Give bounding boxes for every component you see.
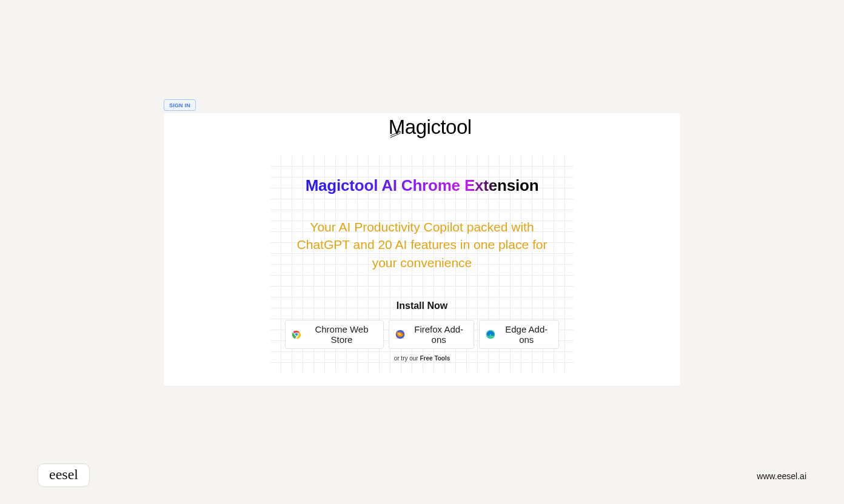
try-prefix: or try our: [394, 355, 420, 362]
hero-subheadline: Your AI Productivity Copilot packed with…: [285, 218, 559, 271]
chrome-icon: [292, 330, 301, 339]
hero-headline: Magictool AI Chrome Extension: [306, 176, 539, 195]
magic-wand-icon: [389, 129, 402, 142]
content-column: SIGN IN Magictool Magictool AI Chrome Ex…: [164, 99, 680, 386]
firefox-icon: [395, 330, 405, 339]
eesel-url: www.eesel.ai: [757, 471, 806, 481]
brand-logo: Magictool: [164, 116, 680, 139]
store-buttons-row: Chrome Web Store Firefox Add-ons: [285, 320, 559, 349]
firefox-store-label: Firefox Add-ons: [410, 324, 468, 345]
chrome-web-store-button[interactable]: Chrome Web Store: [285, 320, 384, 349]
eesel-badge[interactable]: eesel: [38, 463, 90, 487]
edge-addons-button[interactable]: Edge Add-ons: [479, 320, 559, 349]
hero-card: Magictool Magictool AI Chrome Extension …: [164, 113, 680, 386]
sign-in-button[interactable]: SIGN IN: [164, 99, 196, 111]
install-heading: Install Now: [285, 300, 559, 311]
edge-store-label: Edge Add-ons: [500, 324, 552, 345]
firefox-addons-button[interactable]: Firefox Add-ons: [389, 320, 475, 349]
free-tools-link[interactable]: Free Tools: [420, 355, 450, 362]
svg-point-2: [295, 333, 298, 336]
chrome-store-label: Chrome Web Store: [306, 324, 377, 345]
hero-panel: Magictool AI Chrome Extension Your AI Pr…: [270, 156, 574, 373]
edge-icon: [486, 330, 495, 339]
free-tools-line: or try our Free Tools: [285, 355, 559, 362]
